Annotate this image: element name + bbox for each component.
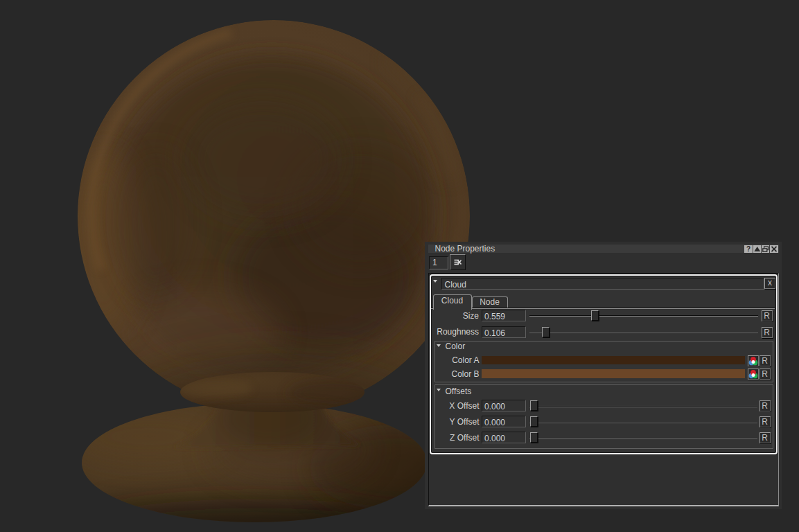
svg-text:?: ? xyxy=(746,245,750,253)
